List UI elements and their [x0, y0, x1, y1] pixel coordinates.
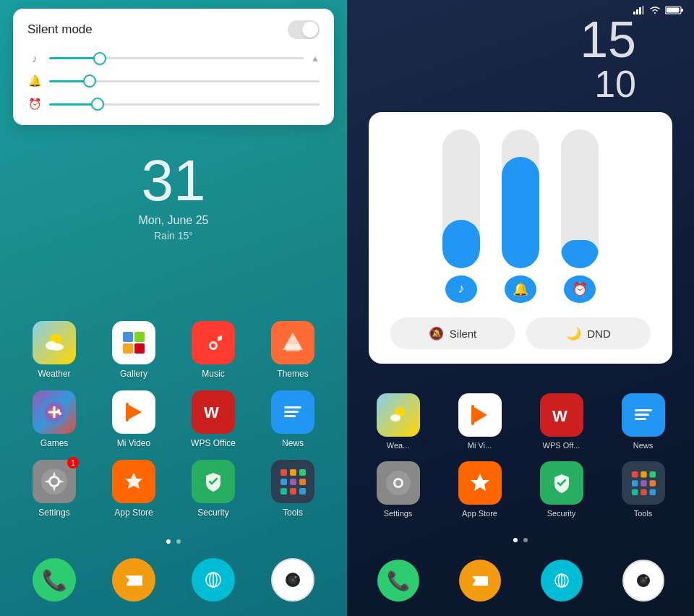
right-app-mivideo[interactable]: Mi Vi... — [451, 393, 509, 450]
svg-point-9 — [211, 343, 215, 348]
svg-rect-31 — [290, 469, 296, 476]
right-app-news[interactable]: News — [614, 393, 672, 450]
left-phone-screen: Silent mode ♪ ▲ 🔔 ⏰ — [0, 0, 347, 616]
dock-camera[interactable] — [271, 558, 314, 602]
svg-rect-63 — [635, 409, 652, 411]
right-dock-browser[interactable] — [541, 560, 583, 602]
ring-slider-track[interactable] — [49, 80, 320, 82]
dock: 📞 — [0, 558, 347, 602]
right-dock: 📞 — [347, 560, 694, 602]
right-settings-label: Settings — [384, 509, 413, 518]
app-games-label: Games — [40, 438, 69, 448]
right-tools-label: Tools — [634, 509, 653, 518]
app-gallery[interactable]: Gallery — [105, 321, 163, 379]
games-icon — [33, 390, 76, 434]
app-themes[interactable]: Themes — [264, 321, 322, 379]
weather-icon — [33, 321, 76, 364]
right-app-weather[interactable]: Wea... — [369, 393, 427, 450]
dock-messages[interactable] — [112, 558, 155, 602]
app-music-label: Music — [202, 369, 224, 379]
svg-rect-79 — [649, 489, 656, 496]
date-full: Mon, June 25 — [0, 214, 347, 227]
right-app-security[interactable]: Security — [533, 461, 591, 518]
svg-rect-72 — [641, 471, 647, 478]
app-weather[interactable]: Weather — [25, 321, 83, 379]
svg-rect-36 — [280, 488, 287, 495]
svg-point-48 — [295, 576, 297, 578]
v-alarm-fill — [561, 240, 599, 268]
app-news[interactable]: News — [264, 390, 322, 448]
settings-icon: 1 — [33, 460, 76, 503]
right-app-appstore[interactable]: App Store — [451, 461, 509, 518]
app-music[interactable]: Music — [184, 321, 242, 379]
alarm-slider-track[interactable] — [49, 103, 320, 106]
silent-button[interactable]: 🔕 Silent — [390, 317, 515, 349]
v-media-track[interactable] — [442, 129, 480, 268]
right-weather-icon — [377, 393, 420, 437]
svg-rect-74 — [631, 480, 638, 487]
app-security[interactable]: Security — [184, 460, 242, 518]
ring-slider-icon: 🔔 — [27, 74, 42, 87]
right-app-wps[interactable]: W WPS Off... — [533, 393, 591, 450]
v-alarm-icon: ⏰ — [564, 275, 596, 303]
page-dot-1[interactable] — [166, 539, 171, 544]
dnd-button[interactable]: 🌙 DND — [526, 317, 651, 349]
settings-badge: 1 — [67, 457, 79, 469]
ring-slider-row: 🔔 — [27, 74, 320, 87]
media-slider-track[interactable] — [49, 57, 304, 59]
right-settings-icon — [377, 461, 420, 505]
right-dock-messages[interactable] — [459, 560, 501, 602]
right-dock-camera[interactable] — [622, 560, 664, 602]
silent-bell-icon: 🔕 — [429, 326, 444, 341]
volume-popup: Silent mode ♪ ▲ 🔔 ⏰ — [13, 9, 334, 125]
news-icon — [271, 390, 314, 434]
tools-icon — [271, 460, 314, 503]
svg-point-89 — [645, 577, 647, 579]
silent-mode-toggle[interactable] — [288, 20, 320, 39]
page-dot-2[interactable] — [176, 539, 181, 544]
app-mivideo-label: Mi Video — [117, 438, 150, 448]
svg-point-68 — [395, 480, 401, 486]
right-dock-phone[interactable]: 📞 — [377, 560, 419, 602]
right-app-tools[interactable]: Tools — [614, 461, 672, 518]
wifi-icon — [649, 6, 661, 17]
gallery-icon — [112, 321, 155, 364]
dnd-btn-label: DND — [587, 328, 611, 340]
app-settings[interactable]: 1 Settings — [25, 460, 83, 518]
app-wps[interactable]: W WPS Office — [184, 390, 242, 448]
right-appstore-icon — [458, 461, 502, 505]
vertical-sliders: ♪ 🔔 ⏰ — [442, 129, 599, 303]
dock-browser[interactable] — [192, 558, 235, 602]
svg-rect-50 — [636, 9, 638, 14]
clock-hour: 15 — [580, 14, 636, 65]
app-themes-label: Themes — [277, 369, 308, 379]
app-appstore[interactable]: App Store — [105, 460, 163, 518]
svg-text:W: W — [204, 403, 219, 422]
app-games[interactable]: Games — [25, 390, 83, 448]
svg-point-14 — [57, 409, 60, 412]
right-dot-2[interactable] — [523, 538, 528, 542]
app-tools[interactable]: Tools — [264, 460, 322, 518]
date-number: 31 — [0, 152, 347, 210]
status-bar — [633, 6, 684, 17]
right-app-settings[interactable]: Settings — [369, 461, 427, 518]
right-dot-1[interactable] — [513, 538, 518, 542]
right-news-label: News — [633, 441, 654, 450]
app-mivideo[interactable]: Mi Video — [105, 390, 163, 448]
right-appstore-label: App Store — [462, 509, 497, 518]
svg-rect-18 — [126, 403, 129, 422]
app-row-1: Weather Gallery — [14, 321, 333, 379]
dock-phone[interactable]: 📞 — [33, 558, 76, 602]
battery-icon — [665, 6, 684, 17]
media-slider-arrow: ▲ — [311, 54, 320, 64]
v-alarm-track[interactable] — [561, 129, 599, 268]
svg-rect-55 — [681, 9, 683, 12]
v-ring-track[interactable] — [502, 129, 539, 268]
svg-point-57 — [390, 414, 400, 422]
mivideo-icon — [112, 390, 155, 434]
page-dots — [0, 539, 347, 544]
svg-rect-38 — [299, 488, 306, 495]
svg-rect-54 — [667, 8, 680, 13]
right-app-area: Wea... Mi Vi... W WPS Off — [347, 393, 694, 529]
silent-btn-label: Silent — [450, 328, 477, 340]
